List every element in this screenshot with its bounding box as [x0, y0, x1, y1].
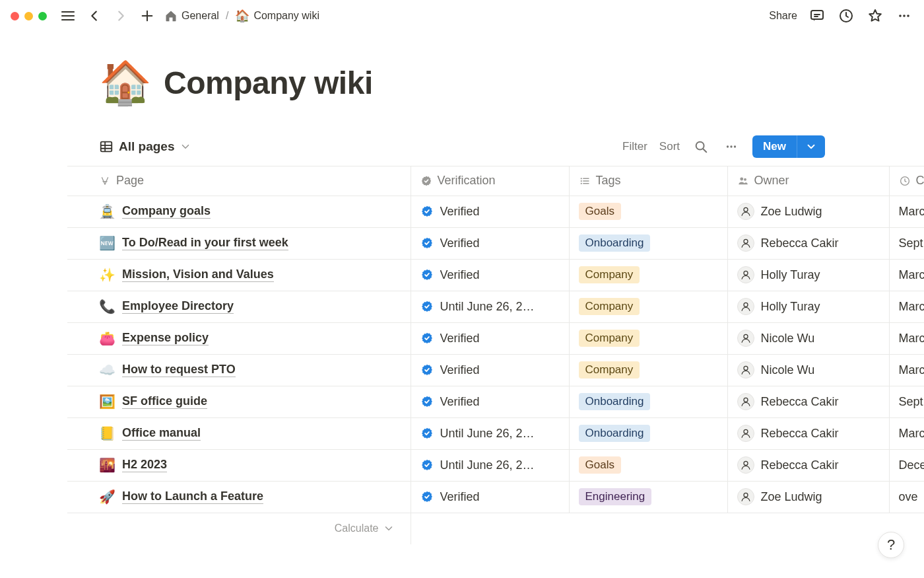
- breadcrumb-current[interactable]: 🏠 Company wiki: [235, 9, 319, 23]
- created-cell[interactable]: Dece: [889, 449, 924, 481]
- window-minimize-button[interactable]: [24, 12, 33, 20]
- new-dropdown-button[interactable]: [797, 135, 825, 158]
- verification-cell[interactable]: Verified: [411, 196, 569, 227]
- column-header-page[interactable]: Page: [67, 166, 411, 196]
- page-cell[interactable]: ☁️ How to request PTO: [67, 354, 411, 386]
- owner-cell[interactable]: Rebecca Cakir: [727, 227, 889, 259]
- new-button[interactable]: New: [752, 135, 797, 158]
- row-title[interactable]: H2 2023: [122, 458, 167, 472]
- row-title[interactable]: Mission, Vision and Values: [122, 268, 274, 282]
- sidebar-toggle-button[interactable]: [59, 7, 77, 25]
- column-header-owner[interactable]: Owner: [727, 166, 889, 196]
- owner-cell[interactable]: Holly Turay: [727, 259, 889, 291]
- more-button[interactable]: [895, 7, 913, 25]
- table-row[interactable]: 🆕 To Do/Read in your first week Verified…: [67, 227, 924, 259]
- tags-cell[interactable]: Goals: [569, 196, 727, 227]
- created-cell[interactable]: Sept: [889, 227, 924, 259]
- verification-cell[interactable]: Verified: [411, 259, 569, 291]
- owner-cell[interactable]: Zoe Ludwig: [727, 481, 889, 513]
- row-title[interactable]: Office manual: [122, 426, 201, 441]
- comments-button[interactable]: [808, 7, 826, 25]
- created-cell[interactable]: Sept: [889, 386, 924, 417]
- nav-forward-button[interactable]: [112, 7, 130, 25]
- page-cell[interactable]: 🆕 To Do/Read in your first week: [67, 227, 411, 259]
- filter-button[interactable]: Filter: [622, 140, 647, 153]
- tags-cell[interactable]: Goals: [569, 449, 727, 481]
- row-title[interactable]: To Do/Read in your first week: [122, 236, 288, 250]
- owner-cell[interactable]: Zoe Ludwig: [727, 196, 889, 227]
- created-cell[interactable]: Marc: [889, 196, 924, 227]
- verification-cell[interactable]: Until June 26, 2…: [411, 417, 569, 449]
- created-cell[interactable]: Marc: [889, 259, 924, 291]
- tags-cell[interactable]: Company: [569, 291, 727, 322]
- page-cell[interactable]: 🚀 How to Launch a Feature: [67, 481, 411, 513]
- new-tab-button[interactable]: [138, 7, 156, 25]
- breadcrumb-parent[interactable]: General: [164, 9, 219, 22]
- share-button[interactable]: Share: [769, 10, 797, 22]
- page-cell[interactable]: 🌇 H2 2023: [67, 449, 411, 481]
- row-title[interactable]: How to request PTO: [122, 363, 236, 377]
- help-button[interactable]: ?: [878, 532, 904, 558]
- page-cell[interactable]: 👛 Expense policy: [67, 322, 411, 354]
- sort-button[interactable]: Sort: [659, 140, 680, 153]
- search-button[interactable]: [692, 137, 710, 156]
- verification-cell[interactable]: Verified: [411, 386, 569, 417]
- table-row[interactable]: 🚊 Company goals Verified Goals Zoe Ludwi…: [67, 196, 924, 227]
- verification-cell[interactable]: Verified: [411, 322, 569, 354]
- calculate-cell[interactable]: Calculate: [67, 513, 411, 544]
- tags-cell[interactable]: Company: [569, 322, 727, 354]
- verification-cell[interactable]: Until June 26, 2…: [411, 449, 569, 481]
- verification-cell[interactable]: Verified: [411, 354, 569, 386]
- nav-back-button[interactable]: [85, 7, 104, 25]
- row-title[interactable]: How to Launch a Feature: [122, 489, 263, 504]
- column-header-created[interactable]: C: [889, 166, 924, 196]
- owner-cell[interactable]: Rebecca Cakir: [727, 449, 889, 481]
- created-cell[interactable]: Marc: [889, 291, 924, 322]
- tags-cell[interactable]: Engineering: [569, 481, 727, 513]
- tags-cell[interactable]: Onboarding: [569, 227, 727, 259]
- page-cell[interactable]: 🖼️ SF office guide: [67, 386, 411, 417]
- owner-cell[interactable]: Nicole Wu: [727, 354, 889, 386]
- table-row[interactable]: ✨ Mission, Vision and Values Verified Co…: [67, 259, 924, 291]
- table-row[interactable]: 📒 Office manual Until June 26, 2… Onboar…: [67, 417, 924, 449]
- page-cell[interactable]: 🚊 Company goals: [67, 196, 411, 227]
- favorite-button[interactable]: [866, 7, 884, 25]
- owner-cell[interactable]: Nicole Wu: [727, 322, 889, 354]
- owner-cell[interactable]: Rebecca Cakir: [727, 386, 889, 417]
- page-cell[interactable]: 📞 Employee Directory: [67, 291, 411, 322]
- verification-cell[interactable]: Verified: [411, 227, 569, 259]
- table-row[interactable]: 🖼️ SF office guide Verified Onboarding R…: [67, 386, 924, 417]
- page-title[interactable]: Company wiki: [164, 65, 373, 101]
- owner-cell[interactable]: Holly Turay: [727, 291, 889, 322]
- page-emoji-icon[interactable]: 🏠: [99, 58, 152, 108]
- column-header-verification[interactable]: Verification: [411, 166, 569, 196]
- table-row[interactable]: ☁️ How to request PTO Verified Company N…: [67, 354, 924, 386]
- window-maximize-button[interactable]: [38, 12, 47, 20]
- row-title[interactable]: Employee Directory: [122, 299, 234, 314]
- column-header-tags[interactable]: Tags: [569, 166, 727, 196]
- owner-cell[interactable]: Rebecca Cakir: [727, 417, 889, 449]
- view-selector[interactable]: All pages: [99, 139, 191, 154]
- table-row[interactable]: 👛 Expense policy Verified Company Nicole…: [67, 322, 924, 354]
- page-cell[interactable]: ✨ Mission, Vision and Values: [67, 259, 411, 291]
- view-options-button[interactable]: [722, 137, 741, 156]
- created-cell[interactable]: ove: [889, 481, 924, 513]
- table-row[interactable]: 🌇 H2 2023 Until June 26, 2… Goals Rebecc…: [67, 449, 924, 481]
- row-title[interactable]: Company goals: [122, 204, 211, 219]
- created-cell[interactable]: Marc: [889, 417, 924, 449]
- row-title[interactable]: SF office guide: [122, 394, 207, 409]
- tags-cell[interactable]: Onboarding: [569, 386, 727, 417]
- created-cell[interactable]: Marc: [889, 354, 924, 386]
- tags-cell[interactable]: Onboarding: [569, 417, 727, 449]
- updates-button[interactable]: [837, 7, 855, 25]
- row-title[interactable]: Expense policy: [122, 331, 209, 345]
- page-cell[interactable]: 📒 Office manual: [67, 417, 411, 449]
- window-close-button[interactable]: [11, 12, 19, 20]
- created-cell[interactable]: Marc: [889, 322, 924, 354]
- tags-cell[interactable]: Company: [569, 259, 727, 291]
- verification-cell[interactable]: Verified: [411, 481, 569, 513]
- tags-cell[interactable]: Company: [569, 354, 727, 386]
- table-row[interactable]: 📞 Employee Directory Until June 26, 2… C…: [67, 291, 924, 322]
- table-row[interactable]: 🚀 How to Launch a Feature Verified Engin…: [67, 481, 924, 513]
- verification-cell[interactable]: Until June 26, 2…: [411, 291, 569, 322]
